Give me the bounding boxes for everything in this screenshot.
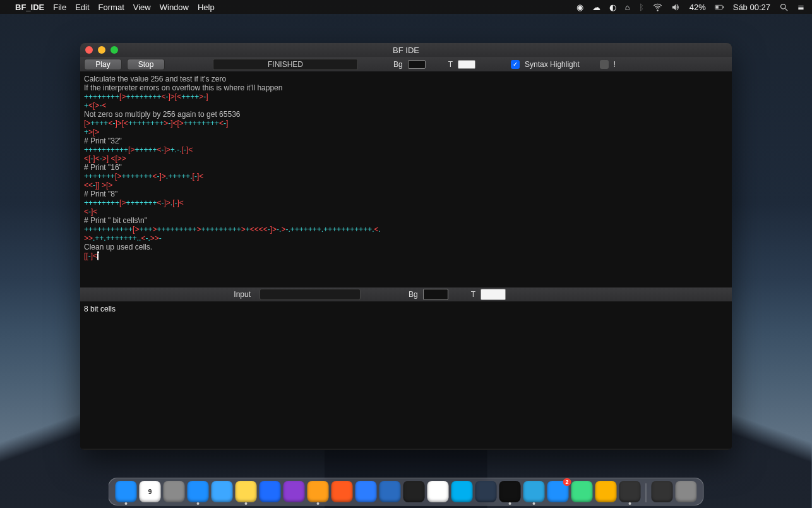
status-icon-dnd[interactable]: ◐ <box>609 3 616 12</box>
output-pane[interactable]: 8 bit cells <box>80 302 732 449</box>
dock-app-activity[interactable] <box>403 481 425 502</box>
menu-view[interactable]: View <box>133 3 151 12</box>
wifi-icon[interactable] <box>653 3 662 12</box>
svg-line-4 <box>785 8 787 11</box>
toolbar: Play Stop FINISHED Bg T ✓ Syntax Highlig… <box>80 57 732 72</box>
dock-app-appstore[interactable]: 2 <box>547 481 569 502</box>
dock-app-finder[interactable] <box>116 481 137 502</box>
clock[interactable]: Sáb 00:27 <box>733 3 770 12</box>
menu-format[interactable]: Format <box>99 3 124 12</box>
window-title: BF IDE <box>80 45 732 55</box>
dock-app-bfide[interactable] <box>619 481 641 502</box>
svg-point-3 <box>781 4 786 9</box>
menu-edit[interactable]: Edit <box>75 3 89 12</box>
dock-app-vscode[interactable] <box>379 481 401 502</box>
input-label: Input <box>84 290 254 299</box>
dock-separator <box>646 483 647 502</box>
svg-rect-1 <box>723 6 724 8</box>
dock-app-notes[interactable] <box>236 481 257 502</box>
app-name[interactable]: BF_IDE <box>15 3 44 12</box>
syntax-highlight-check[interactable]: ✓ <box>511 60 520 69</box>
editor-bg-swatch[interactable] <box>408 60 426 69</box>
output-bg-label: Bg <box>409 290 418 299</box>
status-icon-1[interactable]: ◉ <box>576 3 583 12</box>
syntax-highlight-label: Syntax Highlight <box>525 60 580 69</box>
dock-app-keynote[interactable] <box>260 481 281 502</box>
output-text: 8 bit cells <box>84 305 116 313</box>
code-editor[interactable]: Calculate the value 256 and test if it's… <box>80 72 732 287</box>
status-icon-2[interactable]: ☁︎ <box>592 3 600 12</box>
battery-pct: 42% <box>690 3 706 12</box>
stop-button[interactable]: Stop <box>127 59 165 70</box>
dock-app-terminal[interactable] <box>499 481 521 502</box>
t-label: T <box>448 60 453 69</box>
status-icon-home[interactable]: ⌂ <box>625 3 630 12</box>
dock: 92 <box>109 478 704 505</box>
bg-label: Bg <box>393 60 403 69</box>
output-bg-swatch[interactable] <box>423 289 448 300</box>
titlebar[interactable]: BF IDE <box>80 43 732 57</box>
dock-app-quicktime[interactable] <box>475 481 497 502</box>
menu-extra-icon[interactable]: ≣ <box>797 3 804 12</box>
dock-app-telegram[interactable] <box>523 481 545 502</box>
dock-app-skype[interactable] <box>451 481 473 502</box>
dock-app-firefox[interactable] <box>284 481 305 502</box>
dock-app-calendar[interactable]: 9 <box>140 481 161 502</box>
menubar: BF_IDE File Edit Format View Window Help… <box>0 0 812 14</box>
dock-app-trash[interactable] <box>676 481 697 502</box>
dock-app-mail[interactable] <box>212 481 233 502</box>
editor-text-swatch[interactable] <box>458 60 475 69</box>
spotlight-icon[interactable] <box>779 3 789 12</box>
menu-window[interactable]: Window <box>160 3 189 12</box>
output-text-swatch[interactable] <box>481 289 506 300</box>
dock-app-sketch[interactable] <box>595 481 617 502</box>
output-t-label: T <box>471 290 475 299</box>
menu-help[interactable]: Help <box>198 3 215 12</box>
volume-icon[interactable] <box>671 3 681 12</box>
dock-app-clock[interactable] <box>427 481 449 502</box>
bluetooth-icon[interactable]: ᛒ <box>639 3 644 12</box>
dock-app-launchpad[interactable] <box>164 481 185 502</box>
svg-rect-2 <box>715 6 718 8</box>
play-button[interactable]: Play <box>84 59 122 70</box>
input-field[interactable] <box>260 289 361 300</box>
app-window: BF IDE Play Stop FINISHED Bg T ✓ Syntax … <box>80 43 732 450</box>
bang-label: ! <box>614 60 616 69</box>
dock-app-android-studio[interactable] <box>571 481 593 502</box>
run-status: FINISHED <box>213 59 358 70</box>
dock-app-doc[interactable] <box>652 481 673 502</box>
dock-badge-appstore: 2 <box>563 478 571 486</box>
dock-app-xcode[interactable] <box>355 481 377 502</box>
bang-check[interactable] <box>600 60 609 69</box>
dock-app-brave[interactable] <box>331 481 353 502</box>
io-toolbar: Input Bg T <box>80 287 732 302</box>
dock-app-sublime[interactable] <box>307 481 329 502</box>
menu-file[interactable]: File <box>53 3 66 12</box>
battery-icon[interactable] <box>715 3 724 12</box>
dock-app-safari[interactable] <box>188 481 209 502</box>
